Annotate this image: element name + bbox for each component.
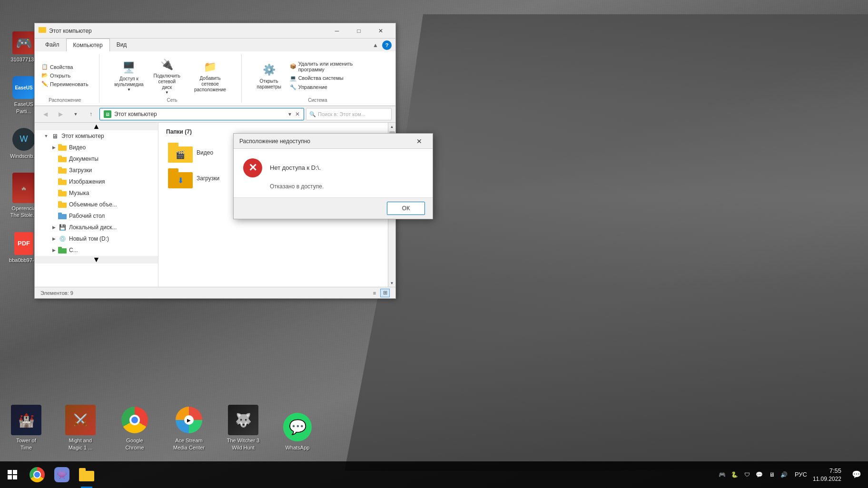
sidebar-item-thispc[interactable]: ▼ 🖥 Этот компьютер	[35, 130, 158, 142]
bottom-icon-whatsapp[interactable]: 💬 WhatsApp	[271, 412, 324, 451]
maximize-button[interactable]: □	[348, 23, 370, 39]
taskbar-discord[interactable]: 👾	[49, 461, 74, 488]
taskbar-right: 🎮 🐍 🛡 💬 🖥 🔊 РУС 7:55 11.09.2022 💬	[718, 467, 868, 483]
address-text: Этот компьютер	[114, 111, 288, 117]
netdrive-btn[interactable]: 🔌 Подключитьсетевой диск ▼	[149, 54, 185, 97]
taskbar-explorer[interactable]	[74, 461, 99, 488]
media-btn[interactable]: 🖥️ Доступ кмультимедиа ▼	[111, 57, 147, 94]
tab-view[interactable]: Вид	[110, 39, 134, 51]
dialog-main-text: Нет доступа к D:\.	[270, 163, 321, 173]
ok-button[interactable]: ОК	[387, 202, 425, 215]
close-button[interactable]: ✕	[370, 23, 392, 39]
windows-logo-icon	[8, 470, 17, 479]
open-icon: 📂	[41, 72, 48, 78]
address-bar: ◀ ▶ ▼ ↑ 🖥 Этот компьютер ▾ ✕ 🔍 Поиск в: …	[35, 106, 395, 123]
bottom-icon-might[interactable]: ⚔️ Might andMagic 1 ...	[54, 405, 107, 451]
music-folder-icon	[58, 189, 67, 197]
minimize-button[interactable]: ─	[326, 23, 348, 39]
tray-icon-monitor[interactable]: 🖥	[767, 470, 777, 479]
address-field[interactable]: 🖥 Этот компьютер ▾ ✕	[99, 108, 304, 120]
sidebar-item-images[interactable]: Изображения	[35, 176, 158, 187]
operencia-icon: 🏰	[12, 173, 35, 203]
list-view-btn[interactable]: ≡	[370, 289, 379, 297]
system-tray: 🎮 🐍 🛡 💬 🖥 🔊	[718, 470, 789, 479]
manage-icon: 🔧	[290, 84, 296, 90]
thispc-expand: ▼	[42, 134, 50, 138]
tile-view-btn[interactable]: ⊞	[380, 289, 390, 297]
search-field[interactable]: 🔍 Поиск в: Этот ком...	[306, 108, 392, 120]
forward-button[interactable]: ▶	[54, 108, 67, 120]
sidebar-item-3d[interactable]: Объемные объе...	[35, 199, 158, 210]
netdrive-icon: 🔌	[158, 56, 176, 73]
properties-btn[interactable]: 📋 Свойства	[39, 63, 91, 71]
sidebar-item-localdisk[interactable]: ▶ 💾 Локальный диск...	[35, 222, 158, 233]
ribbon-content: 📋 Свойства 📂 Открыть ✏️ Переименовать Ра…	[35, 51, 395, 106]
sysinfo-btn[interactable]: 💻 Свойства системы	[287, 74, 382, 82]
open-btn[interactable]: 📂 Открыть	[39, 71, 91, 79]
address-clear-btn[interactable]: ✕	[295, 111, 300, 117]
explorer-sidebar: ▲ ▼ 🖥 Этот компьютер ▶ Видео Документы	[35, 123, 158, 287]
error-icon: ✕	[243, 158, 262, 177]
ribbon-collapse-btn[interactable]: ▲	[371, 40, 380, 50]
sidebar-item-downloads[interactable]: Загрузки	[35, 165, 158, 176]
bottom-icon-ace[interactable]: ▶ Ace StreamMedia Center	[163, 405, 215, 451]
manage-btn[interactable]: 🔧 Управление	[287, 83, 382, 91]
pdf-icon: PDF	[14, 232, 33, 255]
tray-icon-3[interactable]: 🛡	[742, 470, 752, 479]
other-expand: ▶	[50, 248, 58, 253]
sidebar-item-docs[interactable]: Документы	[35, 153, 158, 165]
search-icon: 🔍	[309, 111, 316, 117]
rename-icon: ✏️	[41, 81, 48, 87]
tray-icon-1[interactable]: 🎮	[718, 470, 727, 479]
sidebar-scroll-up[interactable]: ▲	[35, 123, 158, 130]
newvol-icon: 💿	[58, 235, 67, 243]
netdrive-dropdown: ▼	[165, 90, 169, 95]
recent-locations-button[interactable]: ▼	[69, 108, 82, 120]
bottom-icon-chrome2[interactable]: GoogleChrome	[108, 405, 161, 451]
properties-icon: 📋	[41, 64, 48, 70]
help-button[interactable]: ?	[382, 40, 392, 50]
tab-file[interactable]: Файл	[39, 39, 66, 51]
sidebar-scroll-down[interactable]: ▼	[35, 256, 158, 264]
scroll-up-arrow[interactable]: ▲	[388, 123, 396, 130]
docs-folder-icon	[58, 155, 67, 163]
sidebar-item-music[interactable]: Музыка	[35, 187, 158, 199]
back-button[interactable]: ◀	[39, 108, 52, 120]
tray-icon-volume[interactable]: 🔊	[779, 470, 789, 479]
sidebar-item-desktop[interactable]: Рабочий стол	[35, 210, 158, 222]
bottom-icon-tower[interactable]: 🏰 Tower ofTime	[0, 405, 52, 451]
windscribe-label: Windscrib...	[10, 153, 37, 159]
rename-btn[interactable]: ✏️ Переименовать	[39, 80, 91, 88]
dialog-close-btn[interactable]: ✕	[412, 134, 427, 149]
taskbar-chrome[interactable]	[25, 461, 49, 488]
system-group-label: Система	[308, 98, 327, 103]
sidebar-item-other[interactable]: ▶ С...	[35, 244, 158, 256]
whatsapp-icon: 💬	[282, 412, 313, 442]
witcher-label: The Witcher 3Wild Hunt	[227, 437, 259, 451]
openparams-btn[interactable]: ⚙️ Открытьпараметры	[253, 59, 285, 92]
scroll-down-arrow[interactable]: ▼	[388, 279, 396, 287]
images-folder-icon	[58, 178, 67, 185]
ribbon-tabs: Файл Компьютер Вид ▲ ?	[35, 39, 395, 51]
sidebar-item-newvol[interactable]: ▶ 💿 Новый том (D:)	[35, 233, 158, 244]
address-dropdown-icon[interactable]: ▾	[288, 111, 291, 117]
up-button[interactable]: ↑	[84, 108, 98, 120]
tower-label: Tower ofTime	[16, 437, 36, 451]
tab-computer[interactable]: Компьютер	[66, 39, 110, 52]
ace-icon: ▶	[174, 405, 204, 435]
address-folder-icon: 🖥	[104, 110, 111, 118]
tray-icon-4[interactable]: 💬	[755, 470, 764, 479]
start-button[interactable]	[0, 461, 25, 488]
sidebar-item-video[interactable]: ▶ Видео	[35, 142, 158, 153]
svg-rect-2	[8, 475, 12, 479]
tray-icon-2[interactable]: 🐍	[730, 470, 740, 479]
bottom-icon-witcher[interactable]: 🐺 The Witcher 3Wild Hunt	[217, 405, 269, 451]
uninstall-btn[interactable]: 📦 Удалить или изменить программу	[287, 60, 382, 73]
addloc-btn[interactable]: 📁 Добавить сетевоерасположение	[187, 57, 233, 95]
clock-area[interactable]: 7:55 11.09.2022	[813, 467, 841, 483]
easeus-icon: EaseUS	[12, 76, 35, 99]
notification-center-btn[interactable]: 💬	[849, 467, 864, 482]
location-group-label: Расположение	[49, 98, 81, 103]
tray-language[interactable]: РУС	[795, 471, 807, 478]
3d-folder-icon	[58, 201, 67, 208]
